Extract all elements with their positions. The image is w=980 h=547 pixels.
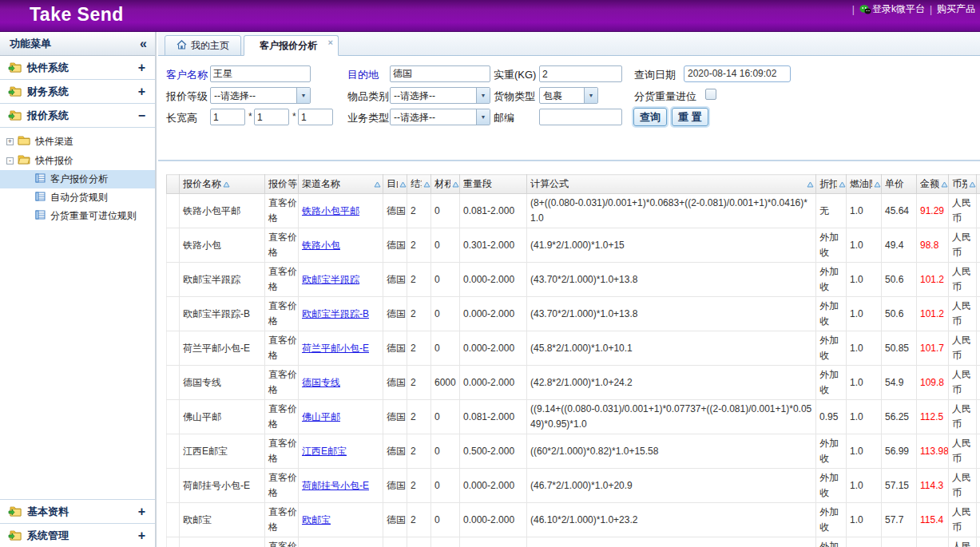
channel-link[interactable]: 铁路小包平邮 [302, 205, 359, 216]
channel-link[interactable]: 荷邮挂号小包-E [302, 480, 369, 491]
tab-my-home[interactable]: 我的主页 [165, 35, 241, 56]
channel-link[interactable]: 欧邮宝 [302, 514, 331, 525]
sidebar-section-system-mgmt[interactable]: 系统管理 + [0, 523, 155, 547]
dropdown-arrow-icon[interactable]: ▼ [476, 88, 490, 103]
sort-asc-icon[interactable] [452, 179, 459, 190]
table-row[interactable]: 荷邮挂号小包-E直客价格荷邮挂号小包-E德国200.000-2.000(46.7… [167, 469, 980, 503]
sort-asc-icon[interactable] [941, 179, 948, 190]
tree-expander-minus-icon[interactable]: - [6, 157, 14, 164]
collapse-minus-icon[interactable]: − [138, 109, 145, 123]
tab-customer-quote-analysis[interactable]: 客户报价分析 × [244, 35, 339, 56]
height-input[interactable] [298, 109, 333, 125]
cell-currency: 人民币 [949, 194, 977, 228]
cell-discount: 外加收 [816, 331, 847, 366]
column-header-fuel-surcharge[interactable]: 燃油附 [847, 175, 882, 194]
sidebar-section-basic-data[interactable]: 基本资料 + [0, 499, 155, 523]
column-header-quote-name[interactable]: 报价名称 [180, 175, 265, 194]
table-row[interactable]: 荷兰平邮小包-E直客价格荷兰平邮小包-E德国200.000-2.000(45.8… [167, 331, 980, 366]
dropdown-arrow-icon[interactable]: ▼ [296, 88, 310, 103]
grid-icon [35, 192, 46, 204]
cell-fuel: 1.0 [847, 366, 882, 400]
login-kwei-link[interactable]: 登录k微平台 [859, 2, 925, 16]
column-header-unit-price[interactable]: 单价 [882, 175, 917, 194]
collapse-sidebar-icon[interactable]: « [140, 38, 147, 50]
table-row[interactable]: 欧邮宝直客价格欧邮宝德国200.000-2.000(46.10*2/1.000)… [167, 503, 980, 537]
query-button[interactable]: 查询 [633, 108, 667, 126]
column-header-amount[interactable]: 金额 [917, 175, 949, 194]
expand-plus-icon[interactable]: + [138, 61, 145, 75]
cargo-type-select[interactable]: 包裹 ▼ [539, 87, 598, 104]
sort-asc-icon[interactable] [839, 179, 846, 190]
expand-plus-icon[interactable]: + [138, 529, 145, 543]
query-date-input[interactable]: 2020-08-14 16:09:02 [684, 65, 791, 82]
tree-item-auto-sorting-rules[interactable]: 自动分货规则 [0, 188, 155, 207]
tree-node-quotes[interactable]: - 快件报价 [0, 151, 155, 170]
tree-node-channels[interactable]: + 快件渠道 [0, 132, 155, 151]
sort-asc-icon[interactable] [969, 179, 976, 190]
length-input[interactable] [210, 109, 245, 125]
sort-asc-icon[interactable] [874, 179, 881, 190]
buy-product-link[interactable]: 购买产品 [937, 2, 975, 16]
destination-input[interactable] [390, 65, 490, 82]
channel-link[interactable]: 欧邮宝半跟踪-B [302, 308, 369, 319]
column-header-destination[interactable]: 目的 [383, 175, 407, 194]
channel-link[interactable]: 江西E邮宝 [302, 446, 347, 457]
cell-formula: (46.7*2/1.000)*1.0+20.9 [527, 469, 816, 503]
carry-weight-checkbox[interactable] [705, 89, 716, 100]
table-row[interactable]: 佛山平邮直客价格佛山平邮德国200.081-2.000((9.14+((0.08… [167, 400, 980, 434]
column-header-volume-divisor[interactable]: 材积除 [431, 175, 460, 194]
column-header-weight-band[interactable]: 重量段 [460, 175, 527, 194]
sidebar-section-quote[interactable]: 报价系统 − [0, 104, 155, 128]
table-row[interactable]: 欧邮宝半跟踪直客价格欧邮宝半跟踪德国200.000-2.000(43.70*2/… [167, 263, 980, 297]
sort-asc-icon[interactable] [399, 179, 407, 190]
close-tab-icon[interactable]: × [328, 38, 333, 47]
column-header-channel-name[interactable]: 渠道名称 [299, 175, 383, 194]
cell-dest: 德国 [383, 537, 407, 547]
cell-dest: 德国 [383, 434, 407, 469]
actual-weight-input[interactable] [539, 65, 622, 82]
channel-link[interactable]: 佛山平邮 [302, 411, 340, 422]
table-row[interactable]: 德国专线直客价格德国专线德国260000.000-2.000(42.8*2/1.… [167, 366, 980, 400]
cell-grade: 直客价格 [265, 434, 299, 469]
business-type-select[interactable]: --请选择-- ▼ [390, 109, 490, 125]
column-header-settle-weight[interactable]: 结算 [407, 175, 431, 194]
channel-link[interactable]: 荷兰平邮小包-E [302, 343, 369, 354]
tree-expander-plus-icon[interactable]: + [6, 138, 14, 145]
sort-asc-icon[interactable] [374, 179, 381, 190]
item-category-select[interactable]: --请选择-- ▼ [390, 87, 490, 104]
tree-item-weight-carry-rules[interactable]: 分货重量可进位规则 [0, 207, 155, 225]
channel-link[interactable]: 铁路小包 [302, 240, 340, 251]
channel-link[interactable]: 德国专线 [302, 377, 340, 388]
cell-settle: 2 [407, 366, 431, 400]
sort-asc-icon[interactable] [807, 179, 814, 190]
sidebar-section-express[interactable]: 快件系统 + [0, 56, 155, 80]
tree-item-customer-quote-analysis[interactable]: 客户报价分析 [0, 170, 155, 188]
expand-plus-icon[interactable]: + [138, 505, 145, 519]
table-row[interactable]: 铁路小包平邮直客价格铁路小包平邮德国200.081-2.000(8+((0.08… [167, 194, 980, 228]
dropdown-arrow-icon[interactable]: ▼ [584, 88, 597, 103]
table-row[interactable]: 欧邮宝-B直客价格欧邮宝-B德国200.000-2.000(46.10*2/1.… [167, 537, 980, 547]
postcode-input[interactable] [539, 109, 622, 125]
column-header-quote-grade[interactable]: 报价等 [265, 175, 299, 194]
sidebar-section-finance[interactable]: 财务系统 + [0, 80, 155, 104]
cell-band: 0.081-2.000 [460, 194, 527, 228]
customer-name-input[interactable] [210, 65, 311, 82]
table-row[interactable]: 欧邮宝半跟踪-B直客价格欧邮宝半跟踪-B德国200.000-2.000(43.7… [167, 297, 980, 331]
table-row[interactable]: 江西E邮宝直客价格江西E邮宝德国200.500-2.000((60*2/1.00… [167, 434, 980, 469]
table-row[interactable]: 铁路小包直客价格铁路小包德国200.301-2.000(41.9*2/1.000… [167, 228, 980, 263]
width-input[interactable] [254, 109, 289, 125]
column-header-formula[interactable]: 计算公式 [527, 175, 816, 194]
sort-asc-icon[interactable] [423, 179, 430, 190]
column-header-discount[interactable]: 折扣 [816, 175, 847, 194]
quote-grade-select[interactable]: --请选择-- ▼ [210, 87, 311, 104]
sort-asc-icon[interactable] [223, 179, 230, 190]
expand-plus-icon[interactable]: + [138, 85, 145, 99]
dropdown-arrow-icon[interactable]: ▼ [476, 109, 490, 125]
cell-band: 0.000-2.000 [460, 366, 527, 400]
cell-channel: 欧邮宝半跟踪-B [299, 297, 383, 331]
reset-button[interactable]: 重 置 [672, 108, 708, 126]
channel-link[interactable]: 欧邮宝半跟踪 [302, 274, 359, 285]
cell-currency: 人民币 [949, 331, 977, 366]
cell-volume: 0 [431, 194, 460, 228]
column-header-currency[interactable]: 币别 [949, 175, 977, 194]
